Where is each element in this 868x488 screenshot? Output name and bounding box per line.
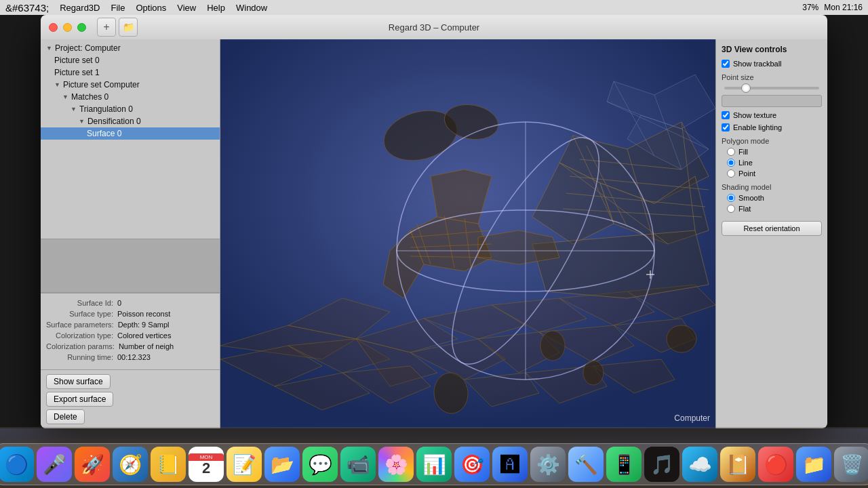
dock-icon-reeder[interactable]: 🔴 bbox=[758, 447, 793, 482]
surface-type-value: Poisson reconst bbox=[117, 310, 170, 318]
tree-label-project: Project: Computer bbox=[55, 43, 121, 53]
show-texture-checkbox[interactable] bbox=[722, 111, 730, 119]
dock-icon-messages[interactable]: 💬 bbox=[302, 447, 338, 482]
shading-smooth-label: Smooth bbox=[738, 194, 764, 202]
enable-lighting-checkbox[interactable] bbox=[722, 123, 730, 131]
window-label: Computer bbox=[674, 413, 710, 423]
dock-icon-files[interactable]: 📂 bbox=[264, 447, 300, 482]
slider-thumb[interactable] bbox=[741, 83, 751, 93]
menubar: &#63743; Regard3D File Options View Help… bbox=[0, 0, 868, 15]
tree-label-triangulation: Triangulation 0 bbox=[79, 104, 133, 114]
polygon-fill-radio[interactable] bbox=[727, 148, 735, 156]
toolbar-btn-2[interactable]: 📁 bbox=[119, 18, 138, 37]
menu-window[interactable]: Window bbox=[236, 3, 267, 13]
tree-item-project[interactable]: ▼ Project: Computer bbox=[41, 42, 220, 54]
tree-arrow-matches: ▼ bbox=[62, 94, 68, 100]
running-time-label: Running time: bbox=[46, 353, 117, 361]
polygon-point-label: Point bbox=[738, 169, 755, 178]
delete-button[interactable]: Delete bbox=[46, 409, 85, 424]
app-window: + 📁 Regard 3D – Computer ▼ Project: Comp… bbox=[41, 15, 827, 428]
add-icon: + bbox=[103, 21, 109, 33]
minimize-button[interactable] bbox=[63, 23, 72, 32]
dock-icon-facetime[interactable]: 📹 bbox=[340, 447, 376, 482]
menubar-right: 37% Mon 21:16 bbox=[802, 3, 863, 12]
dock-icon-launchpad[interactable]: 🚀 bbox=[75, 447, 110, 482]
dock-icon-keynote[interactable]: 🎯 bbox=[454, 447, 490, 482]
colorization-type-label: Colorization type: bbox=[46, 331, 117, 340]
svg-point-56 bbox=[540, 331, 565, 361]
dock-icon-numbers[interactable]: 📊 bbox=[416, 447, 452, 482]
dock-icon-system-prefs[interactable]: ⚙️ bbox=[530, 447, 566, 482]
tree-item-matches[interactable]: ▼ Matches 0 bbox=[41, 91, 220, 103]
colorization-params-value: Number of neigh bbox=[119, 342, 174, 350]
dock-icon-finder2[interactable]: 📁 bbox=[796, 447, 831, 482]
tree-label-picset0: Picture set 0 bbox=[54, 56, 100, 65]
enable-lighting-label: Enable lighting bbox=[733, 123, 782, 131]
tree-item-surface[interactable]: Surface 0 bbox=[41, 127, 220, 140]
close-button[interactable] bbox=[49, 23, 58, 32]
tree-label-matches: Matches 0 bbox=[71, 92, 108, 102]
apple-menu[interactable]: &#63743; bbox=[5, 2, 49, 14]
tree-section: ▼ Project: Computer Picture set 0 Pictur… bbox=[41, 39, 220, 239]
export-surface-button[interactable]: Export surface bbox=[46, 392, 113, 407]
tree-item-triangulation[interactable]: ▼ Triangulation 0 bbox=[41, 103, 220, 115]
viewport-bg bbox=[220, 39, 715, 428]
dock-icon-safari[interactable]: 🧭 bbox=[113, 447, 148, 482]
show-trackball-checkbox[interactable] bbox=[722, 60, 730, 68]
colorization-type-value: Colored vertices bbox=[117, 331, 171, 340]
svg-point-58 bbox=[667, 325, 696, 352]
tree-item-densification[interactable]: ▼ Densification 0 bbox=[41, 115, 220, 127]
polygon-point-radio[interactable] bbox=[727, 169, 735, 178]
dock-icon-appstore[interactable]: 🅰 bbox=[492, 447, 528, 482]
menu-help[interactable]: Help bbox=[207, 3, 225, 13]
dock: 🔵 🎤 🚀 🧭 📒 MON 2 📝 📂 💬 📹 🌸 📊 🎯 🅰 ⚙️ 🔨 📱 🎵… bbox=[0, 443, 868, 485]
shading-flat-radio[interactable] bbox=[727, 205, 735, 213]
dock-icon-trash[interactable]: 🗑️ bbox=[834, 447, 868, 482]
prop-surface-id: Surface Id: 0 bbox=[46, 299, 214, 307]
show-surface-button[interactable]: Show surface bbox=[46, 374, 111, 389]
prop-colorization-params: Colorization params: Number of neigh bbox=[46, 342, 214, 350]
tree-label-densification: Densification 0 bbox=[87, 117, 141, 126]
main-content: ▼ Project: Computer Picture set 0 Pictur… bbox=[41, 39, 827, 428]
reset-orientation-button[interactable]: Reset orientation bbox=[722, 221, 822, 236]
toolbar-btn-1[interactable]: + bbox=[97, 18, 116, 37]
tree-arrow-project: ▼ bbox=[46, 45, 52, 52]
sidebar-buttons: Show surface Export surface Delete bbox=[41, 369, 220, 428]
dock-icon-stickies[interactable]: 📝 bbox=[226, 447, 262, 482]
running-time-value: 00:12.323 bbox=[117, 353, 151, 361]
viewport[interactable]: Computer bbox=[220, 39, 715, 428]
window-buttons bbox=[49, 23, 86, 32]
dock-icon-whatsapp[interactable]: 📱 bbox=[606, 447, 642, 482]
polygon-fill-label: Fill bbox=[738, 148, 748, 156]
shading-smooth-radio[interactable] bbox=[727, 194, 735, 202]
tree-arrow-tri: ▼ bbox=[71, 106, 77, 113]
panel-title: 3D View controls bbox=[722, 45, 822, 54]
dock-icon-siri[interactable]: 🎤 bbox=[37, 447, 72, 482]
tree-item-picset-computer[interactable]: ▼ Picture set Computer bbox=[41, 79, 220, 91]
dock-icon-calendar[interactable]: MON 2 bbox=[189, 447, 224, 482]
point-size-slider[interactable] bbox=[722, 87, 822, 107]
dock-icon-notes-physical[interactable]: 📒 bbox=[151, 447, 186, 482]
menu-regard3d[interactable]: Regard3D bbox=[60, 3, 100, 13]
dock-icon-photos[interactable]: 🌸 bbox=[378, 447, 414, 482]
tree-item-picset0[interactable]: Picture set 0 bbox=[41, 54, 220, 66]
dock-icon-xcode[interactable]: 🔨 bbox=[568, 447, 604, 482]
dock-icon-notebook[interactable]: 📔 bbox=[720, 447, 755, 482]
menu-view[interactable]: View bbox=[177, 3, 196, 13]
menubar-battery: 37% bbox=[802, 3, 818, 12]
tree-item-picset1[interactable]: Picture set 1 bbox=[41, 66, 220, 79]
show-trackball-row: Show trackball bbox=[722, 60, 822, 68]
dock-icon-spotify[interactable]: 🎵 bbox=[644, 447, 679, 482]
menu-file[interactable]: File bbox=[111, 3, 125, 13]
polygon-point-row: Point bbox=[727, 169, 822, 178]
surface-type-label: Surface type: bbox=[46, 310, 117, 318]
tree-label-picset1: Picture set 1 bbox=[54, 68, 100, 77]
polygon-line-radio[interactable] bbox=[727, 159, 735, 167]
maximize-button[interactable] bbox=[77, 23, 86, 32]
surface-id-value: 0 bbox=[117, 299, 121, 307]
dock-icon-finder[interactable]: 🔵 bbox=[0, 447, 34, 482]
dock-icon-skype[interactable]: ☁️ bbox=[682, 447, 717, 482]
calendar-date-label: 2 bbox=[202, 461, 210, 476]
menu-options[interactable]: Options bbox=[136, 3, 166, 13]
shading-flat-label: Flat bbox=[738, 205, 751, 213]
